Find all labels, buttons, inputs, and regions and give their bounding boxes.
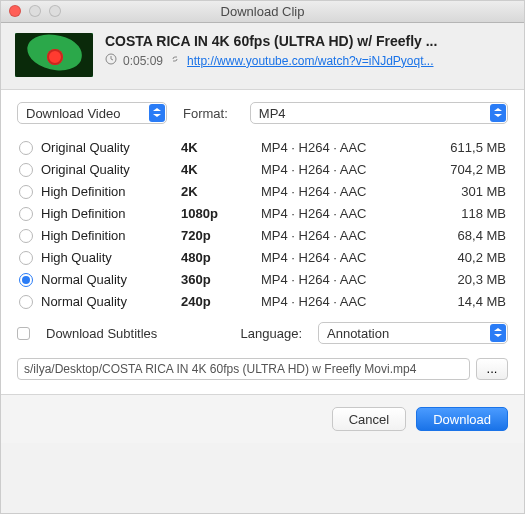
clip-url-link[interactable]: http://www.youtube.com/watch?v=iNJdPyoqt… [187, 54, 433, 68]
quality-codec: MP4 · H264 · AAC [261, 184, 426, 199]
quality-option[interactable]: Original Quality4KMP4 · H264 · AAC704,2 … [17, 158, 508, 180]
radio-button[interactable] [19, 273, 33, 287]
clip-title: COSTA RICA IN 4K 60fps (ULTRA HD) w/ Fre… [105, 33, 510, 49]
titlebar: Download Clip [1, 1, 524, 23]
minimize-window-button[interactable] [29, 5, 41, 17]
quality-size: 14,4 MB [426, 294, 506, 309]
quality-name: Normal Quality [41, 294, 181, 309]
download-button[interactable]: Download [416, 407, 508, 431]
radio-button[interactable] [19, 141, 33, 155]
main-content: Download Video Format: MP4 Original Qual… [1, 90, 524, 394]
quality-name: Original Quality [41, 140, 181, 155]
quality-codec: MP4 · H264 · AAC [261, 206, 426, 221]
quality-option[interactable]: Original Quality4KMP4 · H264 · AAC611,5 … [17, 136, 508, 158]
quality-size: 118 MB [426, 206, 506, 221]
language-select[interactable]: Annotation [318, 322, 508, 344]
quality-name: Normal Quality [41, 272, 181, 287]
quality-codec: MP4 · H264 · AAC [261, 294, 426, 309]
quality-size: 20,3 MB [426, 272, 506, 287]
quality-resolution: 240p [181, 294, 261, 309]
quality-resolution: 360p [181, 272, 261, 287]
quality-option[interactable]: High Definition2KMP4 · H264 · AAC301 MB [17, 180, 508, 202]
quality-codec: MP4 · H264 · AAC [261, 250, 426, 265]
quality-list: Original Quality4KMP4 · H264 · AAC611,5 … [17, 136, 508, 312]
clip-header: COSTA RICA IN 4K 60fps (ULTRA HD) w/ Fre… [1, 23, 524, 90]
quality-codec: MP4 · H264 · AAC [261, 228, 426, 243]
quality-size: 704,2 MB [426, 162, 506, 177]
quality-resolution: 2K [181, 184, 261, 199]
quality-resolution: 1080p [181, 206, 261, 221]
quality-name: High Quality [41, 250, 181, 265]
window-title: Download Clip [1, 4, 524, 19]
quality-codec: MP4 · H264 · AAC [261, 162, 426, 177]
quality-resolution: 4K [181, 162, 261, 177]
quality-resolution: 4K [181, 140, 261, 155]
radio-button[interactable] [19, 185, 33, 199]
quality-size: 40,2 MB [426, 250, 506, 265]
download-mode-select[interactable]: Download Video [17, 102, 167, 124]
quality-option[interactable]: High Definition1080pMP4 · H264 · AAC118 … [17, 202, 508, 224]
quality-size: 301 MB [426, 184, 506, 199]
quality-name: High Definition [41, 228, 181, 243]
quality-resolution: 480p [181, 250, 261, 265]
quality-name: Original Quality [41, 162, 181, 177]
radio-button[interactable] [19, 229, 33, 243]
quality-option[interactable]: Normal Quality360pMP4 · H264 · AAC20,3 M… [17, 268, 508, 290]
clip-thumbnail [15, 33, 93, 77]
cancel-button[interactable]: Cancel [332, 407, 406, 431]
quality-codec: MP4 · H264 · AAC [261, 140, 426, 155]
quality-option[interactable]: High Quality480pMP4 · H264 · AAC40,2 MB [17, 246, 508, 268]
quality-codec: MP4 · H264 · AAC [261, 272, 426, 287]
download-subtitles-checkbox[interactable] [17, 327, 30, 340]
link-icon [169, 53, 181, 68]
dialog-footer: Cancel Download [1, 394, 524, 443]
quality-size: 68,4 MB [426, 228, 506, 243]
format-select[interactable]: MP4 [250, 102, 508, 124]
quality-name: High Definition [41, 184, 181, 199]
radio-button[interactable] [19, 251, 33, 265]
clip-duration: 0:05:09 [123, 54, 163, 68]
quality-option[interactable]: Normal Quality240pMP4 · H264 · AAC14,4 M… [17, 290, 508, 312]
clock-icon [105, 53, 117, 68]
language-label: Language: [241, 326, 302, 341]
format-label: Format: [183, 106, 228, 121]
download-subtitles-label: Download Subtitles [46, 326, 157, 341]
radio-button[interactable] [19, 295, 33, 309]
quality-size: 611,5 MB [426, 140, 506, 155]
save-path-input[interactable]: s/ilya/Desktop/COSTA RICA IN 4K 60fps (U… [17, 358, 470, 380]
browse-button[interactable]: ... [476, 358, 508, 380]
quality-name: High Definition [41, 206, 181, 221]
quality-option[interactable]: High Definition720pMP4 · H264 · AAC68,4 … [17, 224, 508, 246]
quality-resolution: 720p [181, 228, 261, 243]
close-window-button[interactable] [9, 5, 21, 17]
maximize-window-button[interactable] [49, 5, 61, 17]
radio-button[interactable] [19, 207, 33, 221]
radio-button[interactable] [19, 163, 33, 177]
